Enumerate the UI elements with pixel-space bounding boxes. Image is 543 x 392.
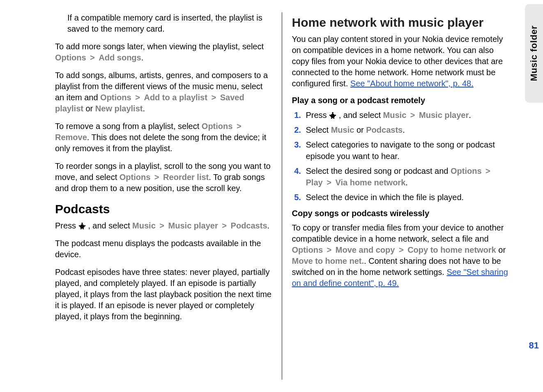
podcasts-heading: Podcasts <box>55 202 272 216</box>
separator: > <box>209 93 218 102</box>
menu-add-to-playlist: Add to a playlist <box>144 93 207 102</box>
menu-podcasts: Podcasts <box>366 125 403 134</box>
text: . <box>469 111 471 120</box>
page-content: If a compatible memory card is inserted,… <box>0 0 543 392</box>
text: Select the desired song or podcast and <box>306 166 451 175</box>
text: Press <box>55 221 78 230</box>
separator: > <box>325 178 333 187</box>
separator: > <box>133 93 142 102</box>
menu-music: Music <box>383 111 407 120</box>
add-to-playlist-para: To add songs, albums, artists, genres, a… <box>55 70 272 114</box>
text: Select <box>306 125 331 134</box>
step-3: Select categories to navigate to the son… <box>304 139 509 162</box>
play-remotely-subheading: Play a song or a podcast remotely <box>292 96 509 105</box>
text: To remove a song from a playlist, select <box>55 122 202 131</box>
menu-podcasts: Podcasts <box>231 221 267 230</box>
separator: > <box>325 245 334 254</box>
menu-key-icon <box>329 110 336 118</box>
menu-move-and-copy: Move and copy <box>336 245 395 254</box>
menu-copy-to-home-network: Copy to home network <box>407 245 496 254</box>
play-remotely-steps: Press , and select Music > Music player.… <box>292 109 509 203</box>
menu-music-player: Music player <box>419 111 469 120</box>
menu-via-home-network: Via home network <box>335 178 405 187</box>
text: . <box>403 125 405 134</box>
text: or <box>498 245 506 254</box>
menu-options: Options <box>451 166 482 175</box>
remove-song-para: To remove a song from a playlist, select… <box>55 121 272 154</box>
separator: > <box>409 111 417 120</box>
menu-music-player: Music player <box>168 221 218 230</box>
step-1: Press , and select Music > Music player. <box>304 109 509 121</box>
menu-play: Play <box>306 178 323 187</box>
podcast-menu-para: The podcast menu displays the podcasts a… <box>55 238 272 260</box>
text: Press <box>306 111 329 120</box>
text: . <box>141 53 144 62</box>
text: . <box>405 178 408 187</box>
separator: > <box>397 245 405 254</box>
text: To copy or transfer media files from you… <box>292 223 504 243</box>
podcasts-nav-para: Press , and select Music > Music player … <box>55 220 272 231</box>
separator: > <box>484 166 492 175</box>
menu-key-icon <box>78 221 86 228</box>
menu-reorder-list: Reorder list <box>163 173 209 182</box>
section-tab-label: Music folder <box>529 25 539 81</box>
menu-options: Options <box>292 245 323 254</box>
text: or <box>357 125 366 134</box>
text: . This does not delete the song from the… <box>55 133 266 153</box>
text: , and select <box>88 221 132 230</box>
separator: > <box>153 173 161 182</box>
copy-wirelessly-para: To copy or transfer media files from you… <box>292 222 509 289</box>
menu-remove: Remove <box>55 133 87 142</box>
separator: > <box>158 221 166 230</box>
step-4: Select the desired song or podcast and O… <box>304 165 509 188</box>
menu-new-playlist: New playlist <box>95 104 143 113</box>
separator: > <box>235 122 243 131</box>
step-2: Select Music or Podcasts. <box>304 124 509 136</box>
home-network-intro: You can play content stored in your Noki… <box>292 34 509 89</box>
step-5: Select the device in which the file is p… <box>304 191 509 203</box>
menu-options: Options <box>202 122 233 131</box>
text: To add more songs later, when viewing th… <box>55 42 264 51</box>
add-songs-para: To add more songs later, when viewing th… <box>55 41 272 63</box>
menu-add-songs: Add songs <box>99 53 141 62</box>
menu-options: Options <box>55 53 86 62</box>
link-about-home-network[interactable]: See "About home network", p. 48. <box>350 79 474 88</box>
menu-music: Music <box>331 125 354 134</box>
menu-music: Music <box>132 221 156 230</box>
menu-options: Options <box>100 93 131 102</box>
text: . <box>267 221 270 230</box>
text: , and select <box>339 111 383 120</box>
menu-options: Options <box>120 173 151 182</box>
menu-move-to-home-net: Move to home net. <box>292 256 364 265</box>
separator: > <box>220 221 228 230</box>
text: or <box>85 104 95 113</box>
copy-wirelessly-subheading: Copy songs or podcasts wirelessly <box>292 209 509 218</box>
memory-card-note: If a compatible memory card is inserted,… <box>55 12 272 35</box>
page-number: 81 <box>529 340 539 351</box>
section-tab: Music folder <box>525 4 543 103</box>
podcast-states-para: Podcast episodes have three states: neve… <box>55 267 272 322</box>
text: . <box>143 104 145 113</box>
left-column: If a compatible memory card is inserted,… <box>45 12 282 380</box>
right-column: Home network with music player You can p… <box>282 12 519 380</box>
home-network-heading: Home network with music player <box>292 16 509 30</box>
separator: > <box>88 53 97 62</box>
reorder-para: To reorder songs in a playlist, scroll t… <box>55 161 272 194</box>
